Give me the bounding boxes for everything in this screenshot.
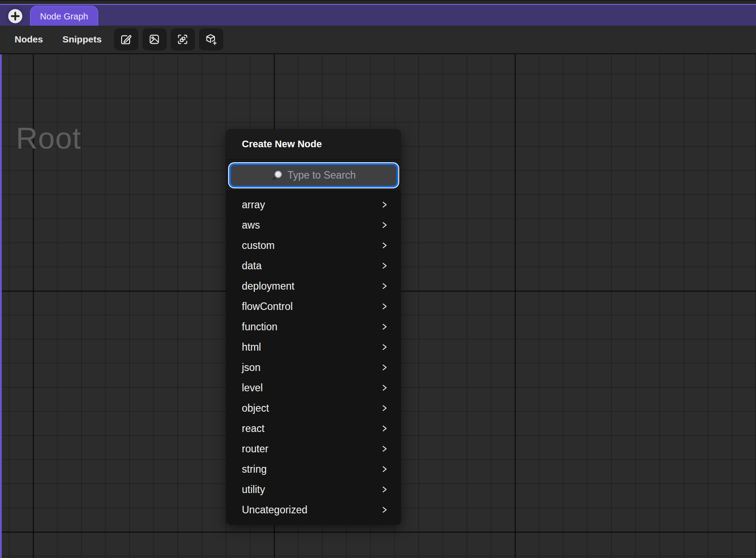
category-item-level[interactable]: level — [226, 378, 401, 398]
search-box: Type to Search — [229, 163, 398, 187]
category-item-aws[interactable]: aws — [226, 215, 401, 235]
edit-icon — [119, 33, 133, 46]
category-label: string — [242, 463, 267, 475]
category-label: aws — [242, 219, 260, 231]
category-item-Uncategorized[interactable]: Uncategorized — [226, 500, 401, 520]
chevron-right-icon — [382, 343, 388, 352]
chevron-right-icon — [382, 302, 388, 311]
tab-label: Node Graph — [40, 11, 88, 22]
image-icon — [148, 33, 161, 46]
frame-capture-button[interactable] — [171, 28, 195, 50]
canvas-left-accent — [0, 54, 2, 558]
search-input[interactable] — [231, 165, 397, 186]
category-label: function — [242, 321, 278, 333]
category-label: html — [242, 341, 261, 353]
category-item-html[interactable]: html — [226, 337, 401, 357]
category-item-custom[interactable]: custom — [226, 235, 401, 256]
category-item-function[interactable]: function — [226, 317, 401, 337]
category-label: flowControl — [242, 301, 293, 313]
chevron-right-icon — [382, 200, 388, 209]
toolbar-tab-snippets[interactable]: Snippets — [62, 34, 102, 45]
toolbar-tab-nodes[interactable]: Nodes — [15, 34, 43, 45]
category-item-array[interactable]: array — [226, 195, 401, 215]
category-item-string[interactable]: string — [226, 459, 401, 479]
chevron-right-icon — [382, 261, 388, 270]
chevron-right-icon — [382, 465, 388, 474]
edit-button[interactable] — [114, 28, 138, 50]
chevron-right-icon — [382, 322, 388, 331]
category-item-deployment[interactable]: deployment — [226, 276, 401, 296]
search-section: Type to Search — [226, 159, 401, 191]
category-label: Uncategorized — [242, 504, 307, 516]
root-component-label: Root — [16, 121, 81, 155]
dialog-title: Create New Node — [242, 138, 322, 150]
category-label: utility — [242, 484, 265, 496]
plus-icon — [8, 9, 23, 23]
toolbar: Nodes Snippets — [0, 26, 756, 54]
chevron-right-icon — [382, 404, 388, 413]
category-item-object[interactable]: object — [226, 398, 401, 418]
category-label: object — [242, 402, 269, 414]
image-button[interactable] — [142, 28, 167, 50]
category-item-json[interactable]: json — [226, 357, 401, 378]
chevron-right-icon — [382, 241, 388, 250]
category-label: json — [242, 362, 260, 374]
chevron-right-icon — [382, 485, 388, 494]
chevron-right-icon — [382, 363, 388, 372]
category-label: custom — [242, 240, 275, 252]
chevron-right-icon — [382, 282, 388, 290]
frame-capture-icon — [176, 33, 189, 46]
category-label: react — [242, 423, 264, 435]
window-top-strip — [0, 0, 756, 4]
tab-node-graph[interactable]: Node Graph — [30, 6, 98, 27]
chevron-right-icon — [382, 444, 388, 453]
category-label: array — [242, 199, 265, 211]
tab-bar: Node Graph — [0, 4, 756, 26]
new-tab-button[interactable] — [8, 9, 23, 23]
category-label: level — [242, 382, 263, 394]
package-add-icon — [204, 33, 218, 46]
category-item-data[interactable]: data — [226, 256, 401, 276]
category-item-flowControl[interactable]: flowControl — [226, 296, 401, 317]
category-item-utility[interactable]: utility — [226, 479, 401, 500]
category-item-react[interactable]: react — [226, 418, 401, 439]
dialog-header: Create New Node — [226, 129, 401, 159]
package-add-button[interactable] — [199, 28, 223, 50]
chevron-right-icon — [382, 424, 388, 433]
chevron-right-icon — [382, 383, 388, 392]
chevron-right-icon — [382, 221, 388, 229]
create-new-node-dialog: Create New Node Type to Search arrayawsc… — [226, 129, 401, 525]
category-list: arrayawscustomdatadeploymentflowControlf… — [226, 191, 401, 525]
category-label: data — [242, 260, 262, 272]
category-label: router — [242, 443, 268, 455]
category-item-router[interactable]: router — [226, 439, 401, 459]
chevron-right-icon — [382, 505, 388, 514]
category-label: deployment — [242, 280, 294, 292]
